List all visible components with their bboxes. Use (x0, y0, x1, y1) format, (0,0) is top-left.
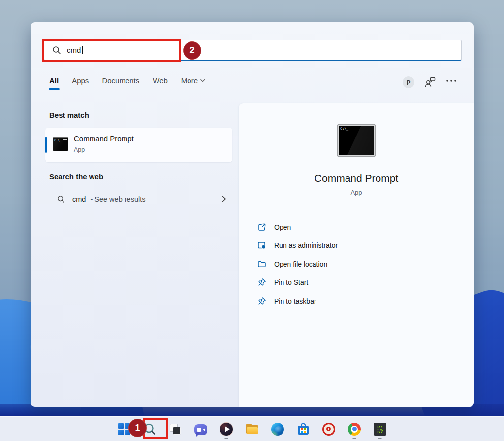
chrome-button[interactable] (346, 418, 363, 440)
command-prompt-icon (53, 137, 68, 151)
edge-button[interactable] (269, 418, 286, 440)
search-filter-tabs: All Apps Documents Web More (49, 76, 205, 85)
web-result-suffix: - See web results (90, 195, 145, 203)
result-subtitle: App (74, 146, 85, 153)
chevron-down-icon (200, 79, 205, 82)
result-title: Command Prompt (74, 135, 134, 143)
annotation-box-search-field (42, 39, 181, 62)
action-label: Pin to Start (274, 278, 308, 286)
web-query-text: cmd (72, 195, 86, 203)
task-view-icon (169, 423, 182, 436)
chrome-icon (348, 423, 361, 436)
action-open[interactable]: Open (257, 218, 474, 237)
app-detail-panel: Command Prompt App Open Run as administr… (239, 103, 474, 407)
divider (249, 211, 464, 211)
tab-apps[interactable]: Apps (72, 76, 89, 85)
command-prompt-icon (337, 124, 376, 157)
action-run-as-administrator[interactable]: Run as administrator (257, 237, 474, 255)
running-indicator (353, 438, 356, 439)
desktop: cmd All Apps Documents Web More P (0, 0, 504, 441)
red-app-icon (322, 423, 335, 436)
search-flyout-panel: cmd All Apps Documents Web More P (31, 22, 474, 407)
folder-icon (257, 260, 266, 269)
greenshot-button[interactable] (371, 418, 389, 440)
annotation-step-1: 1 (128, 419, 147, 437)
tab-more[interactable]: More (181, 76, 205, 85)
microsoft-store-icon (297, 423, 310, 436)
running-indicator (225, 438, 228, 439)
chat-button[interactable] (192, 418, 210, 440)
file-explorer-button[interactable] (243, 418, 261, 440)
best-match-result[interactable]: Command Prompt App (45, 128, 232, 162)
greenshot-icon (374, 423, 386, 436)
file-explorer-icon (246, 423, 258, 436)
selection-accent-bar (45, 137, 47, 153)
action-label: Pin to taskbar (274, 297, 316, 305)
annotation-step-2: 2 (183, 41, 201, 60)
taskbar (0, 416, 504, 441)
media-player-icon (220, 423, 233, 436)
avatar[interactable]: P (403, 76, 414, 88)
chat-icon (194, 424, 207, 435)
media-player-button[interactable] (218, 418, 235, 440)
web-search-result[interactable]: cmd - See web results (45, 190, 233, 208)
app-actions-list: Open Run as administrator Open file loca… (239, 218, 474, 310)
tab-web[interactable]: Web (153, 76, 168, 85)
web-search-heading: Search the web (49, 172, 103, 181)
detail-app-title: Command Prompt (315, 172, 398, 184)
action-pin-to-start[interactable]: Pin to Start (257, 273, 474, 292)
pin-icon (257, 278, 266, 287)
tab-all[interactable]: All (49, 76, 59, 85)
action-pin-to-taskbar[interactable]: Pin to taskbar (257, 292, 474, 310)
action-label: Open (274, 223, 291, 231)
best-match-heading: Best match (49, 111, 89, 119)
chevron-right-icon (221, 195, 226, 203)
action-label: Run as administrator (274, 241, 338, 249)
detail-app-subtitle: App (350, 189, 362, 196)
run-admin-icon (257, 241, 266, 250)
running-indicator (378, 438, 382, 439)
feedback-icon[interactable] (424, 77, 436, 88)
tab-documents[interactable]: Documents (102, 76, 139, 85)
edge-icon (271, 423, 284, 436)
ellipsis-icon[interactable] (445, 79, 457, 82)
pin-icon (257, 297, 266, 305)
open-external-icon (257, 223, 266, 232)
task-view-button[interactable] (166, 418, 184, 440)
action-label: Open file location (274, 260, 327, 268)
red-app-button[interactable] (320, 418, 338, 440)
action-open-file-location[interactable]: Open file location (257, 255, 474, 273)
search-icon (57, 195, 65, 203)
microsoft-store-button[interactable] (294, 418, 312, 440)
